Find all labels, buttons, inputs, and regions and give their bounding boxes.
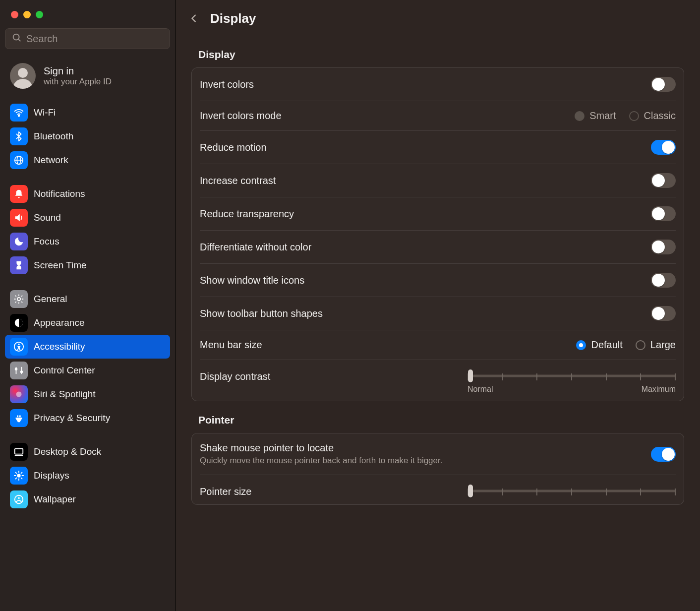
row-show-window-title-icons: Show window title icons (200, 264, 676, 297)
svg-point-9 (18, 344, 19, 345)
controlcenter-icon (10, 362, 28, 379)
sound-icon (10, 209, 28, 227)
page-title: Display (210, 11, 256, 26)
svg-point-13 (21, 371, 23, 373)
general-icon (10, 290, 28, 308)
radio-large[interactable]: Large (636, 339, 676, 351)
row-show-toolbar-button-shapes: Show toolbar button shapes (200, 297, 676, 330)
sidebar-item-label: Privacy & Security (34, 413, 110, 424)
radio-smart[interactable]: Smart (575, 110, 616, 122)
avatar-icon (10, 63, 36, 89)
sidebar-item-siri[interactable]: Siri & Spotlight (5, 382, 170, 406)
svg-line-24 (21, 478, 22, 479)
row-label: Increase contrast (200, 175, 276, 186)
svg-line-1 (18, 39, 20, 41)
toggle-increase-contrast[interactable] (651, 173, 676, 188)
sidebar-item-sound[interactable]: Sound (5, 206, 170, 230)
search-field[interactable] (5, 28, 170, 49)
profile-subtitle: with your Apple ID (44, 77, 112, 87)
section-label-pointer: Pointer (198, 414, 684, 426)
sidebar-item-label: Sound (34, 212, 61, 223)
svg-line-26 (21, 472, 22, 473)
sidebar-item-label: Displays (34, 470, 69, 481)
radio-default[interactable]: Default (576, 339, 622, 351)
row-label: Shake mouse pointer to locate (200, 442, 442, 454)
wallpaper-icon (10, 490, 28, 508)
toggle-invert-colors[interactable] (651, 77, 676, 92)
titlebar: Display (175, 0, 700, 36)
zoom-window-button[interactable] (36, 11, 43, 18)
sidebar-item-label: Siri & Spotlight (34, 389, 96, 400)
sign-in-row[interactable]: Sign in with your Apple ID (0, 55, 175, 101)
sidebar-item-privacy[interactable]: Privacy & Security (5, 406, 170, 430)
slider-min-label: Normal (467, 385, 493, 394)
svg-point-15 (16, 392, 22, 397)
sidebar-item-general[interactable]: General (5, 287, 170, 311)
sidebar-item-network[interactable]: Network (5, 148, 170, 172)
toggle-toolbar-shapes[interactable] (651, 306, 676, 321)
content-scroll[interactable]: Display Invert colors Invert colors mode… (175, 36, 700, 611)
sidebar-item-desktop[interactable]: Desktop & Dock (5, 440, 170, 464)
svg-point-6 (17, 298, 20, 301)
search-icon (11, 32, 22, 45)
row-differentiate-without-color: Differentiate without color (200, 231, 676, 264)
row-reduce-motion: Reduce motion (200, 131, 676, 164)
toggle-differentiate-color[interactable] (651, 240, 676, 254)
network-icon (10, 151, 28, 169)
sidebar-item-controlcenter[interactable]: Control Center (5, 359, 170, 382)
sidebar-item-label: Wallpaper (34, 494, 76, 505)
toggle-window-title-icons[interactable] (651, 273, 676, 288)
svg-point-11 (15, 368, 17, 370)
row-pointer-size: Pointer size (200, 475, 676, 504)
sidebar-item-bluetooth[interactable]: Bluetooth (5, 124, 170, 148)
panel-display: Invert colors Invert colors mode Smart C… (191, 67, 684, 401)
section-label-display: Display (198, 49, 684, 61)
sidebar-item-accessibility[interactable]: Accessibility (5, 335, 170, 359)
toggle-reduce-transparency[interactable] (651, 206, 676, 221)
toggle-reduce-motion[interactable] (651, 140, 676, 155)
svg-point-28 (18, 497, 20, 499)
sidebar-item-displays[interactable]: Displays (5, 464, 170, 488)
sidebar-item-label: General (34, 294, 67, 305)
radio-classic[interactable]: Classic (629, 110, 676, 122)
slider-pointer-size[interactable] (467, 485, 676, 497)
sidebar-item-notifications[interactable]: Notifications (5, 182, 170, 206)
row-menu-bar-size: Menu bar size Default Large (200, 330, 676, 360)
wifi-icon (10, 104, 28, 122)
row-label: Reduce motion (200, 142, 267, 153)
sidebar-item-label: Bluetooth (34, 131, 73, 142)
sidebar-item-label: Desktop & Dock (34, 446, 101, 457)
sidebar-item-label: Appearance (34, 317, 84, 328)
svg-point-27 (15, 495, 23, 504)
screentime-icon (10, 256, 28, 274)
svg-point-18 (17, 474, 20, 477)
sidebar-item-focus[interactable]: Focus (5, 230, 170, 253)
privacy-icon (10, 409, 28, 427)
notifications-icon (10, 185, 28, 203)
row-label: Pointer size (200, 485, 252, 497)
toggle-shake-pointer[interactable] (651, 447, 676, 462)
row-increase-contrast: Increase contrast (200, 164, 676, 197)
back-button[interactable] (185, 10, 202, 27)
row-label: Show window title icons (200, 275, 304, 286)
svg-point-2 (18, 115, 20, 117)
siri-icon (10, 385, 28, 403)
sidebar-nav: Wi-FiBluetoothNetworkNotificationsSoundF… (0, 101, 175, 611)
panel-pointer: Shake mouse pointer to locate Quickly mo… (191, 433, 684, 505)
sidebar-item-appearance[interactable]: Appearance (5, 311, 170, 335)
bluetooth-icon (10, 127, 28, 145)
sidebar-item-wallpaper[interactable]: Wallpaper (5, 488, 170, 511)
close-window-button[interactable] (11, 11, 18, 18)
minimize-window-button[interactable] (23, 11, 31, 18)
main-pane: Display Display Invert colors Invert col… (175, 0, 700, 611)
radio-group-menu-bar-size: Default Large (576, 339, 676, 351)
row-label: Differentiate without color (200, 242, 311, 253)
slider-display-contrast[interactable]: Normal Maximum (467, 370, 676, 394)
profile-title: Sign in (44, 65, 112, 77)
search-input[interactable] (26, 33, 164, 45)
focus-icon (10, 233, 28, 250)
svg-line-23 (15, 472, 16, 473)
sidebar-item-wifi[interactable]: Wi-Fi (5, 101, 170, 124)
sidebar-item-screentime[interactable]: Screen Time (5, 253, 170, 277)
row-shake-pointer: Shake mouse pointer to locate Quickly mo… (200, 433, 676, 475)
